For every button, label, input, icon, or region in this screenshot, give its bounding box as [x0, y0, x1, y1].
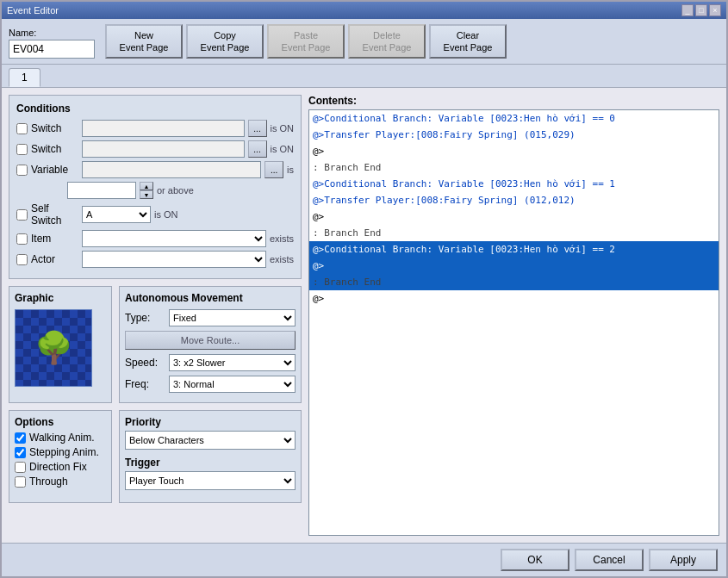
- variable-input[interactable]: [82, 161, 261, 178]
- name-section: Name:: [9, 28, 95, 59]
- speed-row: Speed: 1: x8 Slower 2: x4 Slower 3: x2 S…: [125, 354, 296, 371]
- move-route-button[interactable]: Move Route...: [125, 331, 296, 350]
- speed-select[interactable]: 1: x8 Slower 2: x4 Slower 3: x2 Slower 4…: [169, 354, 296, 371]
- switch2-input[interactable]: [82, 140, 245, 158]
- switch2-checkbox[interactable]: [16, 144, 28, 155]
- variable-suffix: is: [287, 165, 294, 175]
- item-select[interactable]: [82, 230, 266, 247]
- variable-checkbox[interactable]: [16, 165, 28, 176]
- switch2-label: Switch: [31, 143, 78, 155]
- self-switch-checkbox[interactable]: [16, 209, 28, 221]
- contents-row[interactable]: @>Transfer Player:[008:Fairy Spring] (01…: [309, 127, 719, 143]
- title-bar: Event Editor _ □ ×: [2, 2, 726, 19]
- variable-label: Variable: [31, 164, 78, 176]
- paste-event-page-button[interactable]: PasteEvent Page: [267, 24, 345, 59]
- right-panel: Contents: @>Conditional Branch: Variable…: [308, 95, 719, 536]
- contents-row[interactable]: [309, 405, 719, 421]
- self-switch-select[interactable]: A: [82, 206, 151, 223]
- switch1-input[interactable]: [82, 120, 245, 137]
- tab-1[interactable]: 1: [9, 68, 40, 87]
- minimize-button[interactable]: _: [681, 4, 694, 16]
- clear-event-page-button[interactable]: ClearEvent Page: [429, 24, 507, 59]
- freq-select[interactable]: 1: Lowest 2: Lower 3: Normal 4: Higher 5…: [169, 376, 296, 393]
- direction-fix-checkbox[interactable]: [15, 462, 26, 473]
- trigger-title: Trigger: [125, 457, 296, 469]
- contents-row[interactable]: : Branch End: [309, 159, 719, 176]
- contents-row[interactable]: @>Transfer Player:[008:Fairy Spring] (01…: [309, 192, 719, 208]
- conditions-section: Conditions Switch ... is ON Switch: [9, 95, 302, 279]
- contents-row[interactable]: @>: [309, 290, 719, 307]
- name-input[interactable]: [9, 40, 95, 59]
- contents-row[interactable]: [309, 372, 719, 388]
- contents-row[interactable]: : Branch End: [309, 274, 719, 290]
- condition-self-switch: Self Switch A is ON: [16, 202, 294, 227]
- freq-label: Freq:: [125, 378, 164, 390]
- graphic-preview[interactable]: 🌳: [15, 309, 92, 387]
- item-checkbox[interactable]: [16, 233, 28, 245]
- switch2-dots-button[interactable]: ...: [248, 140, 267, 158]
- through-row: Through: [15, 475, 106, 488]
- contents-row[interactable]: : Branch End: [309, 225, 719, 241]
- contents-row[interactable]: [309, 307, 719, 323]
- contents-list[interactable]: @>Conditional Branch: Variable [0023:Hen…: [308, 109, 719, 536]
- priority-select[interactable]: Below Characters Same as Characters Abov…: [125, 431, 296, 450]
- self-switch-label: Self Switch: [31, 202, 78, 227]
- spinner-down-button[interactable]: ▼: [140, 190, 153, 199]
- contents-row[interactable]: [309, 388, 719, 405]
- copy-event-page-button[interactable]: CopyEvent Page: [186, 24, 264, 59]
- conditions-title: Conditions: [16, 103, 294, 115]
- stepping-anim-checkbox[interactable]: [15, 447, 26, 458]
- apply-button[interactable]: Apply: [649, 549, 718, 571]
- contents-row[interactable]: [309, 454, 719, 470]
- speed-label: Speed:: [125, 357, 164, 369]
- self-switch-suffix: is ON: [154, 209, 178, 220]
- ok-button[interactable]: OK: [501, 549, 569, 571]
- contents-row[interactable]: [309, 356, 719, 372]
- contents-row[interactable]: @>: [309, 208, 719, 225]
- walking-anim-row: Walking Anim.: [15, 432, 106, 444]
- spinner-up-button[interactable]: ▲: [140, 182, 153, 190]
- graphic-box: Graphic 🌳: [9, 286, 112, 403]
- bottom-panels: Options Walking Anim. Stepping Anim. Dir…: [9, 410, 302, 503]
- spinner-row: ▲ ▼ or above: [16, 182, 294, 199]
- contents-row[interactable]: [309, 339, 719, 356]
- contents-row[interactable]: @>: [309, 258, 719, 274]
- contents-label: Contents:: [308, 95, 719, 107]
- spinner-buttons: ▲ ▼: [140, 182, 153, 199]
- left-panel: Conditions Switch ... is ON Switch: [9, 95, 302, 536]
- type-row: Type: Fixed Random Approach Custom: [125, 309, 296, 326]
- contents-row[interactable]: @>Conditional Branch: Variable [0023:Hen…: [309, 110, 719, 127]
- condition-item: Item exists: [16, 230, 294, 247]
- type-select[interactable]: Fixed Random Approach Custom: [169, 309, 296, 326]
- actor-select[interactable]: [82, 251, 266, 268]
- condition-switch-2: Switch ... is ON: [16, 140, 294, 158]
- contents-row[interactable]: [309, 323, 719, 339]
- contents-row[interactable]: @>: [309, 143, 719, 159]
- new-event-page-button[interactable]: NewEvent Page: [105, 24, 183, 59]
- actor-checkbox[interactable]: [16, 254, 28, 265]
- graphic-sprite: 🌳: [34, 330, 73, 366]
- footer: OK Cancel Apply: [2, 543, 726, 576]
- contents-row[interactable]: [309, 438, 719, 454]
- variable-dots-button[interactable]: ...: [264, 161, 283, 178]
- or-above-label: or above: [157, 185, 194, 196]
- item-suffix: exists: [270, 233, 294, 244]
- close-button[interactable]: ×: [709, 4, 721, 16]
- contents-row[interactable]: @>Conditional Branch: Variable [0023:Hen…: [309, 241, 719, 258]
- spinner-input[interactable]: [67, 182, 136, 199]
- through-checkbox[interactable]: [15, 476, 26, 488]
- contents-row[interactable]: [309, 421, 719, 438]
- condition-switch-1: Switch ... is ON: [16, 120, 294, 137]
- maximize-button[interactable]: □: [695, 4, 707, 16]
- condition-variable: Variable ... is: [16, 161, 294, 178]
- switch1-dots-button[interactable]: ...: [248, 120, 267, 137]
- delete-event-page-button[interactable]: DeleteEvent Page: [348, 24, 426, 59]
- switch1-checkbox[interactable]: [16, 123, 28, 134]
- options-box: Options Walking Anim. Stepping Anim. Dir…: [9, 410, 112, 503]
- cancel-button[interactable]: Cancel: [575, 549, 644, 571]
- walking-anim-checkbox[interactable]: [15, 432, 26, 444]
- item-label: Item: [31, 233, 78, 245]
- contents-row[interactable]: @>Conditional Branch: Variable [0023:Hen…: [309, 176, 719, 192]
- trigger-select[interactable]: Action Button Player Touch Event Touch A…: [125, 471, 296, 490]
- priority-title: Priority: [125, 416, 296, 428]
